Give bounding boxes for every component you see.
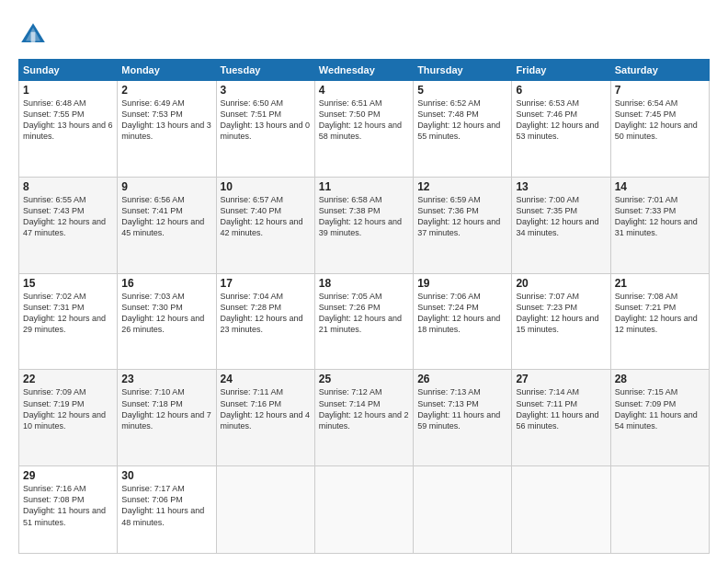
sunset-label: Sunset: 7:33 PM — [615, 206, 677, 215]
calendar-day-cell: 14 Sunrise: 7:01 AM Sunset: 7:33 PM Dayl… — [610, 177, 709, 273]
day-info: Sunrise: 6:48 AM Sunset: 7:55 PM Dayligh… — [23, 98, 113, 143]
sunset-label: Sunset: 7:40 PM — [221, 206, 282, 215]
calendar-header-row: SundayMondayTuesdayWednesdayThursdayFrid… — [19, 60, 710, 81]
sunset-label: Sunset: 7:09 PM — [615, 399, 677, 408]
day-info: Sunrise: 7:03 AM Sunset: 7:30 PM Dayligh… — [121, 291, 211, 336]
sunrise-label: Sunrise: 7:02 AM — [23, 292, 86, 301]
day-number: 28 — [615, 373, 705, 385]
sunrise-label: Sunrise: 6:51 AM — [319, 98, 382, 108]
calendar-day-cell: 18 Sunrise: 7:05 AM Sunset: 7:26 PM Dayl… — [314, 273, 413, 370]
calendar-day-cell: 12 Sunrise: 6:59 AM Sunset: 7:36 PM Dayl… — [414, 177, 512, 273]
sunrise-label: Sunrise: 7:03 AM — [121, 292, 185, 301]
sunset-label: Sunset: 7:38 PM — [319, 206, 381, 215]
daylight-label: Daylight: 12 hours and 34 minutes. — [516, 217, 598, 237]
sunset-label: Sunset: 7:19 PM — [23, 399, 85, 408]
sunset-label: Sunset: 7:51 PM — [221, 109, 282, 119]
calendar-day-cell: 13 Sunrise: 7:00 AM Sunset: 7:35 PM Dayl… — [512, 177, 610, 273]
sunset-label: Sunset: 7:06 PM — [121, 495, 183, 504]
sunset-label: Sunset: 7:24 PM — [417, 303, 479, 312]
day-number: 3 — [221, 84, 311, 97]
calendar-day-cell: 5 Sunrise: 6:52 AM Sunset: 7:48 PM Dayli… — [414, 81, 512, 178]
day-number: 12 — [417, 180, 507, 193]
calendar-day-cell: 23 Sunrise: 7:10 AM Sunset: 7:18 PM Dayl… — [118, 370, 216, 466]
sunrise-label: Sunrise: 6:55 AM — [23, 195, 86, 204]
sunrise-label: Sunrise: 6:54 AM — [615, 98, 678, 108]
day-info: Sunrise: 6:50 AM Sunset: 7:51 PM Dayligh… — [221, 98, 311, 143]
sunset-label: Sunset: 7:53 PM — [121, 109, 183, 119]
daylight-label: Daylight: 12 hours and 31 minutes. — [615, 217, 698, 237]
day-info: Sunrise: 7:10 AM Sunset: 7:18 PM Dayligh… — [121, 386, 211, 431]
calendar-week-row: 1 Sunrise: 6:48 AM Sunset: 7:55 PM Dayli… — [19, 81, 710, 178]
calendar: SundayMondayTuesdayWednesdayThursdayFrid… — [18, 59, 710, 554]
daylight-label: Daylight: 12 hours and 47 minutes. — [23, 217, 106, 237]
day-info: Sunrise: 6:54 AM Sunset: 7:45 PM Dayligh… — [615, 98, 705, 143]
calendar-week-row: 22 Sunrise: 7:09 AM Sunset: 7:19 PM Dayl… — [19, 370, 710, 466]
day-info: Sunrise: 7:08 AM Sunset: 7:21 PM Dayligh… — [615, 291, 705, 336]
day-info: Sunrise: 7:04 AM Sunset: 7:28 PM Dayligh… — [221, 291, 311, 336]
calendar-day-cell: 15 Sunrise: 7:02 AM Sunset: 7:31 PM Dayl… — [19, 273, 118, 370]
day-number: 7 — [615, 84, 705, 97]
daylight-label: Daylight: 12 hours and 37 minutes. — [417, 217, 500, 237]
calendar-week-row: 29 Sunrise: 7:16 AM Sunset: 7:08 PM Dayl… — [19, 466, 710, 554]
daylight-label: Daylight: 12 hours and 23 minutes. — [221, 314, 303, 334]
day-number: 26 — [417, 373, 507, 385]
day-number: 27 — [516, 373, 606, 385]
daylight-label: Daylight: 12 hours and 39 minutes. — [319, 217, 402, 237]
day-header-wednesday: Wednesday — [314, 60, 413, 81]
sunrise-label: Sunrise: 6:49 AM — [121, 98, 185, 108]
sunset-label: Sunset: 7:14 PM — [319, 399, 381, 408]
day-info: Sunrise: 6:51 AM Sunset: 7:50 PM Dayligh… — [319, 98, 409, 143]
calendar-day-cell: 22 Sunrise: 7:09 AM Sunset: 7:19 PM Dayl… — [19, 370, 118, 466]
calendar-week-row: 8 Sunrise: 6:55 AM Sunset: 7:43 PM Dayli… — [19, 177, 710, 273]
day-number: 18 — [319, 277, 409, 290]
daylight-label: Daylight: 12 hours and 53 minutes. — [516, 121, 598, 141]
day-info: Sunrise: 7:02 AM Sunset: 7:31 PM Dayligh… — [23, 291, 113, 336]
daylight-label: Daylight: 12 hours and 15 minutes. — [516, 314, 598, 334]
day-number: 10 — [221, 180, 311, 193]
daylight-label: Daylight: 13 hours and 6 minutes. — [23, 121, 113, 141]
day-info: Sunrise: 6:53 AM Sunset: 7:46 PM Dayligh… — [516, 98, 606, 143]
sunrise-label: Sunrise: 7:05 AM — [319, 292, 382, 301]
day-info: Sunrise: 7:17 AM Sunset: 7:06 PM Dayligh… — [121, 483, 211, 528]
calendar-day-cell: 1 Sunrise: 6:48 AM Sunset: 7:55 PM Dayli… — [19, 81, 118, 178]
day-info: Sunrise: 7:15 AM Sunset: 7:09 PM Dayligh… — [615, 386, 705, 431]
sunrise-label: Sunrise: 7:12 AM — [319, 387, 382, 396]
sunset-label: Sunset: 7:13 PM — [417, 399, 479, 408]
daylight-label: Daylight: 13 hours and 0 minutes. — [221, 121, 311, 141]
calendar-day-cell: 30 Sunrise: 7:17 AM Sunset: 7:06 PM Dayl… — [118, 466, 216, 554]
day-info: Sunrise: 7:00 AM Sunset: 7:35 PM Dayligh… — [516, 194, 606, 239]
day-info: Sunrise: 6:57 AM Sunset: 7:40 PM Dayligh… — [221, 194, 311, 239]
calendar-day-cell: 6 Sunrise: 6:53 AM Sunset: 7:46 PM Dayli… — [512, 81, 610, 178]
sunrise-label: Sunrise: 6:58 AM — [319, 195, 382, 204]
day-number: 15 — [23, 277, 113, 290]
daylight-label: Daylight: 12 hours and 26 minutes. — [121, 314, 204, 334]
daylight-label: Daylight: 12 hours and 45 minutes. — [121, 217, 204, 237]
logo — [18, 20, 51, 50]
day-info: Sunrise: 7:12 AM Sunset: 7:14 PM Dayligh… — [319, 386, 409, 431]
empty-cell — [512, 466, 610, 554]
day-number: 29 — [23, 469, 113, 482]
sunrise-label: Sunrise: 7:07 AM — [516, 292, 579, 301]
day-info: Sunrise: 7:11 AM Sunset: 7:16 PM Dayligh… — [221, 386, 311, 431]
day-number: 9 — [121, 180, 211, 193]
day-info: Sunrise: 7:14 AM Sunset: 7:11 PM Dayligh… — [516, 386, 606, 431]
sunset-label: Sunset: 7:46 PM — [516, 109, 577, 119]
calendar-day-cell: 20 Sunrise: 7:07 AM Sunset: 7:23 PM Dayl… — [512, 273, 610, 370]
calendar-day-cell: 17 Sunrise: 7:04 AM Sunset: 7:28 PM Dayl… — [216, 273, 314, 370]
day-header-thursday: Thursday — [414, 60, 512, 81]
sunset-label: Sunset: 7:16 PM — [221, 399, 282, 408]
day-header-saturday: Saturday — [610, 60, 709, 81]
day-info: Sunrise: 7:01 AM Sunset: 7:33 PM Dayligh… — [615, 194, 705, 239]
day-number: 11 — [319, 180, 409, 193]
sunrise-label: Sunrise: 7:04 AM — [221, 292, 284, 301]
day-number: 13 — [516, 180, 606, 193]
sunrise-label: Sunrise: 7:13 AM — [417, 387, 481, 396]
sunrise-label: Sunrise: 7:08 AM — [615, 292, 678, 301]
day-number: 4 — [319, 84, 409, 97]
sunrise-label: Sunrise: 7:00 AM — [516, 195, 579, 204]
day-info: Sunrise: 6:55 AM Sunset: 7:43 PM Dayligh… — [23, 194, 113, 239]
sunset-label: Sunset: 7:43 PM — [23, 206, 85, 215]
daylight-label: Daylight: 12 hours and 42 minutes. — [221, 217, 303, 237]
calendar-day-cell: 19 Sunrise: 7:06 AM Sunset: 7:24 PM Dayl… — [414, 273, 512, 370]
day-info: Sunrise: 6:56 AM Sunset: 7:41 PM Dayligh… — [121, 194, 211, 239]
